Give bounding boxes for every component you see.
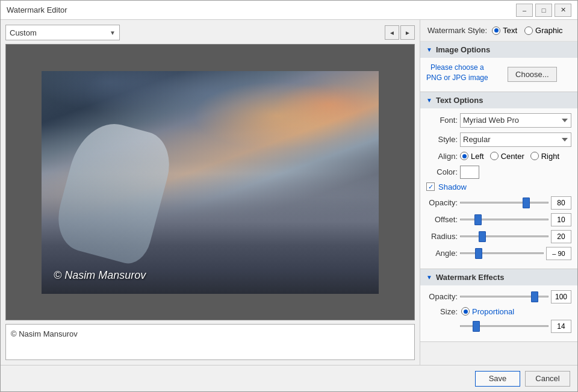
save-button[interactable]: Save (475, 371, 520, 387)
color-swatch[interactable] (460, 166, 479, 179)
shadow-opacity-track (460, 202, 548, 204)
shadow-row: Shadow (426, 182, 571, 191)
align-left-label: Left (471, 152, 484, 161)
size-slider-row: 14 (426, 320, 571, 333)
align-center-label: Center (501, 152, 524, 161)
shadow-angle-row: Angle: – 90 (426, 247, 571, 260)
nav-prev-button[interactable]: ◄ (385, 25, 399, 40)
image-options-title: Image Options (436, 45, 490, 54)
watermark-effects-header[interactable]: ▼ Watermark Effects (420, 269, 577, 285)
shadow-offset-slider[interactable] (460, 214, 548, 225)
text-options-triangle-icon: ▼ (426, 97, 432, 104)
watermark-style-radio-group: Text Graphic (492, 26, 562, 35)
shadow-radius-row: Radius: 20 (426, 230, 571, 243)
size-label: Size: (426, 307, 458, 316)
preset-dropdown[interactable]: Custom ▼ (5, 25, 120, 40)
effects-opacity-track (460, 296, 548, 297)
align-left[interactable]: Left (460, 152, 484, 161)
main-content: Custom ▼ ◄ ► © Nasim Mansurov (1, 20, 577, 365)
effects-opacity-thumb[interactable] (531, 291, 538, 302)
watermark-editor-window: Watermark Editor – □ ✕ Custom ▼ ◄ ► (0, 0, 578, 392)
shadow-checkbox[interactable] (426, 182, 435, 191)
shadow-opacity-label: Opacity: (426, 198, 458, 207)
size-proportional[interactable]: Proportional (461, 307, 514, 316)
align-right[interactable]: Right (530, 152, 559, 161)
shadow-angle-value: – 90 (546, 247, 571, 260)
align-right-circle (530, 152, 539, 160)
align-label: Align: (426, 152, 458, 161)
image-options-body: Please choose a PNG or JPG image Choose.… (420, 58, 577, 92)
cancel-button[interactable]: Cancel (525, 371, 570, 387)
text-preview: © Nasim Mansurov (5, 324, 415, 360)
shadow-radius-slider[interactable] (460, 231, 548, 242)
shadow-offset-label: Offset: (426, 215, 458, 224)
text-options-body: Font: Myriad Web Pro Style: Regular (420, 108, 577, 269)
effects-opacity-row: Opacity: 100 (426, 290, 571, 303)
radio-graphic-circle (524, 26, 533, 35)
effects-opacity-slider[interactable] (460, 291, 548, 302)
align-right-label: Right (541, 152, 559, 161)
left-panel: Custom ▼ ◄ ► © Nasim Mansurov (1, 20, 420, 365)
maximize-button[interactable]: □ (535, 4, 552, 17)
effects-opacity-label: Opacity: (426, 292, 458, 301)
size-proportional-label: Proportional (472, 307, 514, 316)
nav-next-button[interactable]: ► (400, 25, 415, 40)
shadow-angle-slider[interactable] (460, 248, 544, 259)
shadow-radius-thumb[interactable] (479, 231, 486, 242)
align-left-circle (460, 152, 468, 160)
watermark-style-label: Watermark Style: (427, 26, 487, 35)
image-options-header[interactable]: ▼ Image Options (420, 42, 577, 58)
toolbar: Custom ▼ ◄ ► (5, 25, 415, 40)
size-track (460, 325, 548, 327)
watermark-text-preview: © Nasim Mansurov (54, 269, 146, 282)
shadow-opacity-slider[interactable] (460, 198, 548, 208)
minimize-button[interactable]: – (516, 4, 533, 17)
style-row: Style: Regular (426, 132, 571, 147)
footer: Save Cancel (1, 365, 577, 391)
watermark-effects-title: Watermark Effects (436, 273, 505, 282)
align-options: Left Center Right (460, 152, 559, 161)
shadow-angle-track (460, 252, 544, 254)
radio-graphic[interactable]: Graphic (524, 26, 563, 35)
shadow-opacity-thumb[interactable] (523, 198, 530, 208)
right-panel: Watermark Style: Text Graphic ▼ (420, 20, 577, 365)
align-center-circle (490, 152, 499, 160)
style-label: Style: (426, 135, 458, 144)
titlebar: Watermark Editor – □ ✕ (1, 1, 577, 20)
shadow-radius-track (460, 235, 548, 237)
choose-image-button[interactable]: Choose... (508, 67, 557, 82)
shadow-angle-label: Angle: (426, 249, 458, 258)
image-options-section: ▼ Image Options Please choose a PNG or J… (420, 42, 577, 92)
image-preview-container: © Nasim Mansurov (5, 44, 415, 320)
shadow-angle-thumb[interactable] (475, 248, 482, 259)
watermark-style-row: Watermark Style: Text Graphic (420, 20, 577, 42)
right-scrollable[interactable]: ▼ Image Options Please choose a PNG or J… (420, 42, 577, 365)
shadow-offset-row: Offset: 10 (426, 213, 571, 226)
collapse-triangle-icon: ▼ (426, 46, 432, 53)
dropdown-arrow-icon: ▼ (110, 30, 116, 36)
style-select[interactable]: Regular (460, 132, 571, 147)
color-label: Color: (426, 167, 458, 176)
shadow-opacity-value: 80 (551, 196, 571, 210)
align-row: Align: Left Center (426, 152, 571, 161)
radio-text[interactable]: Text (492, 26, 517, 35)
size-slider[interactable] (460, 321, 548, 332)
font-label: Font: (426, 116, 458, 125)
text-options-title: Text Options (436, 96, 483, 105)
close-button[interactable]: ✕ (555, 4, 571, 17)
align-center[interactable]: Center (490, 152, 524, 161)
watermark-effects-triangle-icon: ▼ (426, 274, 432, 281)
size-radio-row: Size: Proportional (426, 307, 571, 316)
radio-graphic-label: Graphic (535, 26, 563, 35)
preset-label: Custom (10, 28, 37, 37)
shadow-radius-value: 20 (551, 230, 571, 243)
font-select[interactable]: Myriad Web Pro (460, 113, 571, 128)
nav-buttons: ◄ ► (385, 25, 415, 40)
shadow-offset-thumb[interactable] (474, 214, 482, 225)
window-title: Watermark Editor (7, 5, 67, 14)
effects-opacity-value: 100 (551, 290, 571, 303)
text-options-header[interactable]: ▼ Text Options (420, 92, 577, 108)
size-thumb[interactable] (473, 321, 480, 332)
radio-text-label: Text (503, 26, 517, 35)
size-proportional-circle (461, 307, 470, 316)
